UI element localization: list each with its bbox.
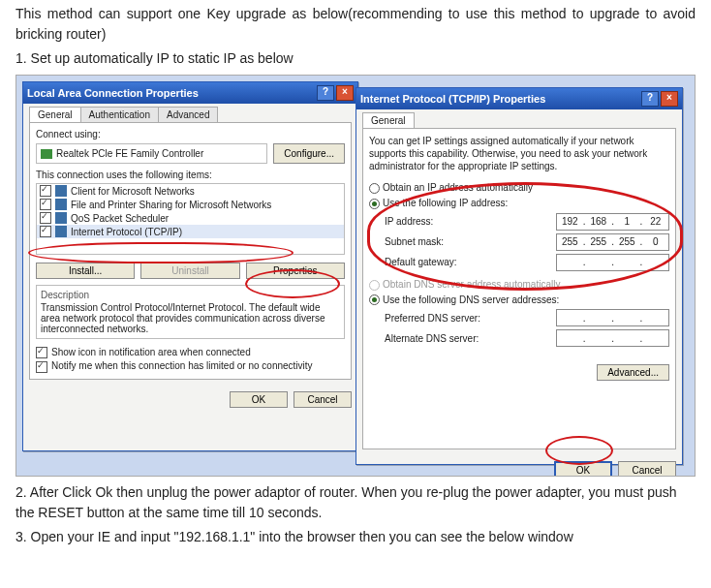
use-dns-radio[interactable] xyxy=(369,294,380,305)
obtain-dns-radio xyxy=(369,280,380,291)
step-2: 2. After Click Ok then unplug the power … xyxy=(15,482,696,523)
share-icon xyxy=(55,199,67,210)
annotation-circle-ip-settings xyxy=(367,182,683,291)
show-icon-label: Show icon in notification area when conn… xyxy=(51,347,251,357)
intro-text: This method can support one Key upgrade … xyxy=(15,4,696,45)
advanced-button[interactable]: Advanced... xyxy=(597,364,669,381)
tab-general[interactable]: General xyxy=(29,107,81,122)
install-button[interactable]: Install... xyxy=(36,263,135,279)
lac-cancel-button[interactable]: Cancel xyxy=(294,391,352,408)
nic-name: Realtek PCle FE Family Controller xyxy=(56,148,203,159)
lac-titlebar[interactable]: Local Area Connection Properties ? × xyxy=(23,82,357,104)
notify-label: Notify me when this connection has limit… xyxy=(51,360,313,371)
annotation-circle-ok-button xyxy=(545,436,613,465)
tcpip-blurb: You can get IP settings assigned automat… xyxy=(369,135,669,172)
screenshot-figure: Local Area Connection Properties ? × Gen… xyxy=(15,75,696,477)
tab-advanced[interactable]: Advanced xyxy=(158,107,218,122)
list-item-tcpip[interactable]: Internet Protocol (TCP/IP) xyxy=(37,225,344,238)
connect-using-label: Connect using: xyxy=(36,129,345,139)
annotation-circle-tcpip-item xyxy=(28,242,294,263)
tab-general[interactable]: General xyxy=(362,112,415,128)
client-icon xyxy=(55,185,67,197)
configure-button[interactable]: Configure... xyxy=(273,143,345,164)
use-ip-radio[interactable] xyxy=(369,199,380,209)
preferred-dns-input[interactable]: ... xyxy=(556,309,669,326)
preferred-dns-label: Preferred DNS server: xyxy=(385,313,480,324)
nic-field: Realtek PCle FE Family Controller xyxy=(36,143,267,164)
use-dns-label: Use the following DNS server addresses: xyxy=(383,294,559,305)
protocol-icon xyxy=(55,226,67,237)
list-item[interactable]: Client for Microsoft Networks xyxy=(37,184,344,198)
items-label: This connection uses the following items… xyxy=(36,170,345,180)
step-1: 1. Set up automatically IP to static IP … xyxy=(15,48,696,69)
uninstall-button: Uninstall xyxy=(140,263,239,279)
tcpip-cancel-button[interactable]: Cancel xyxy=(618,461,676,477)
close-icon[interactable]: × xyxy=(336,85,354,101)
close-icon[interactable]: × xyxy=(661,91,678,107)
list-item[interactable]: QoS Packet Scheduler xyxy=(37,211,344,225)
list-item[interactable]: File and Printer Sharing for Microsoft N… xyxy=(37,198,344,211)
lac-title: Local Area Connection Properties xyxy=(27,87,199,99)
tcpip-titlebar[interactable]: Internet Protocol (TCP/IP) Properties ? … xyxy=(356,88,682,109)
lac-properties-dialog: Local Area Connection Properties ? × Gen… xyxy=(22,81,358,451)
lac-ok-button[interactable]: OK xyxy=(230,391,288,408)
step-3: 3. Open your IE and input "192.168.1.1" … xyxy=(15,527,696,547)
tab-authentication[interactable]: Authentication xyxy=(80,107,159,122)
notify-checkbox[interactable] xyxy=(36,361,47,373)
annotation-circle-properties-button xyxy=(245,269,340,298)
obtain-ip-radio[interactable] xyxy=(369,183,380,194)
help-icon[interactable]: ? xyxy=(641,91,659,107)
description-text: Transmission Control Protocol/Internet P… xyxy=(41,302,340,334)
qos-icon xyxy=(55,212,67,224)
help-icon[interactable]: ? xyxy=(317,85,334,101)
alternate-dns-label: Alternate DNS server: xyxy=(385,333,479,344)
show-icon-checkbox[interactable] xyxy=(36,347,47,358)
alternate-dns-input[interactable]: ... xyxy=(556,329,669,347)
tcpip-title: Internet Protocol (TCP/IP) Properties xyxy=(360,93,545,105)
nic-icon xyxy=(41,149,52,159)
